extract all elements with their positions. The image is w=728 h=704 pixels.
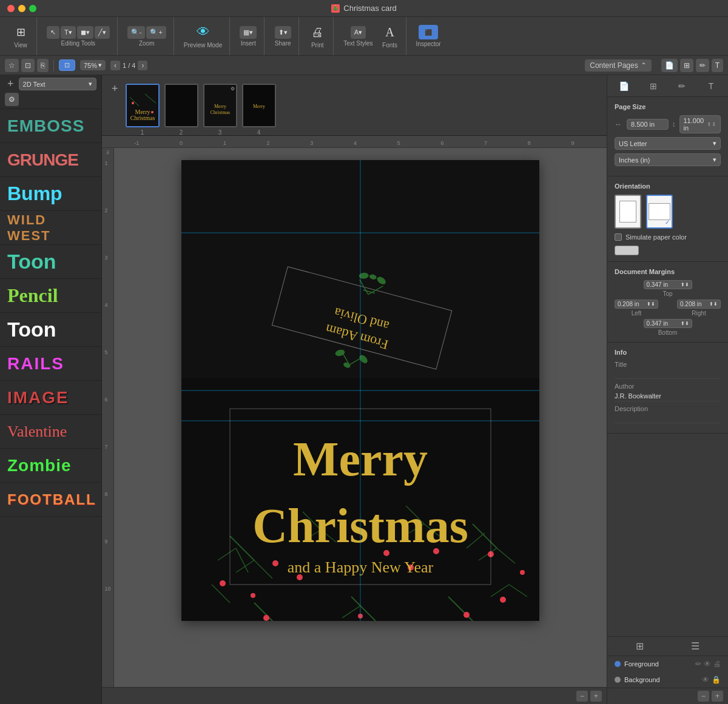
style-item-emboss[interactable]: EMBOSS — [0, 109, 101, 143]
title-info-value[interactable] — [615, 369, 721, 379]
layer-fg-lock-icon[interactable]: 🖨 — [713, 660, 721, 668]
margin-left-stepper[interactable]: ⬆⬇ — [647, 301, 655, 307]
margin-right-stepper[interactable]: ⬆⬇ — [709, 301, 718, 307]
right-icon1[interactable]: 📄 — [661, 59, 678, 72]
layer-background[interactable]: Background 👁 🔒 — [607, 672, 728, 688]
style-item-bump[interactable]: Bump — [0, 177, 101, 211]
document-canvas[interactable]: From Adam and Olivia — [181, 160, 539, 621]
inspector-edit-icon[interactable]: ✏ — [673, 78, 690, 95]
text-tool[interactable]: T▾ — [61, 26, 76, 39]
style-item-football[interactable]: FOOTBALL — [0, 483, 101, 517]
styles-dropdown[interactable]: 2D Text ▾ — [19, 78, 96, 90]
view-label: View — [14, 42, 27, 49]
style-item-pencil[interactable]: Pencil — [0, 279, 101, 313]
inspector-doc-icon[interactable]: 📄 — [616, 78, 633, 95]
single-page-btn[interactable]: ⊡ — [59, 59, 75, 71]
add-page-btn[interactable]: + — [109, 82, 121, 95]
zoom-out-btn[interactable]: 🔍- — [127, 26, 146, 39]
style-item-rails[interactable]: RAILS — [0, 347, 101, 381]
add-style-btn[interactable]: + — [5, 78, 16, 90]
insert-button[interactable]: ▦▾ Insert — [236, 24, 260, 49]
layers-minus-btn[interactable]: − — [698, 691, 709, 702]
margin-left-input[interactable]: 0.208 in ⬆⬇ — [615, 300, 658, 309]
simulate-paper-checkbox[interactable] — [615, 233, 622, 241]
margin-right-input[interactable]: 0.208 in ⬆⬇ — [677, 300, 721, 309]
layers-bottom-bar: − + — [607, 688, 728, 704]
units-arrow: ▾ — [713, 156, 716, 164]
margin-top-input[interactable]: 0.347 in ⬆⬇ — [644, 280, 692, 289]
styles-gear-btn[interactable]: ⚙ — [5, 93, 19, 106]
share-button[interactable]: ⬆▾ Share — [271, 24, 295, 49]
preview-mode-button[interactable]: 👁 Preview Mode — [180, 21, 226, 51]
view-button[interactable]: ⊞ View — [8, 21, 33, 51]
margin-bottom-input[interactable]: 0.347 in ⬆⬇ — [644, 319, 692, 328]
layers-list-icon[interactable]: ☰ — [689, 639, 702, 653]
thumbnail-2[interactable]: 2 — [164, 84, 198, 127]
units-dropdown[interactable]: Inches (in) ▾ — [615, 153, 721, 166]
layer-fg-edit-icon[interactable]: ✏ — [695, 660, 701, 668]
style-item-image[interactable]: IMAGE — [0, 381, 101, 415]
next-page-btn[interactable]: › — [138, 61, 147, 70]
insert-media-btn[interactable]: ▦▾ — [240, 26, 257, 39]
thumbnail-3[interactable]: Merry Christmas ⚙ 3 — [203, 84, 237, 127]
canvas-scroll[interactable]: in 1 2 3 4 5 6 7 8 9 10 — [102, 148, 607, 687]
canvas-minus-btn[interactable]: − — [576, 691, 588, 702]
thumbnail-4[interactable]: Merry 4 — [242, 84, 276, 127]
text-styles-inner[interactable]: A▾ — [351, 26, 366, 39]
layers-grid-icon[interactable]: ⊞ — [633, 639, 646, 653]
print-button[interactable]: 🖨 Print — [305, 21, 329, 51]
thumbnail-1[interactable]: Merry Christmas 1 — [126, 84, 160, 127]
zoom-button[interactable]: 🔍- 🔍+ Zoom — [124, 24, 170, 49]
right-icon2[interactable]: ⊞ — [680, 59, 693, 72]
style-item-valentine[interactable]: Valentine — [0, 415, 101, 449]
style-item-toon1[interactable]: Toon — [0, 245, 101, 279]
portrait-orientation-btn[interactable] — [615, 195, 641, 229]
canvas-area: + Merry Christmas 1 — [102, 75, 607, 704]
inspector-layout-icon[interactable]: ⊞ — [645, 78, 662, 95]
ruler-horizontal: -1 0 1 2 3 4 5 6 7 8 9 — [102, 136, 607, 148]
right-icon3[interactable]: ✏ — [696, 59, 709, 72]
toolbar2-icon1[interactable]: ☆ — [5, 59, 19, 72]
fonts-button[interactable]: A Fonts — [378, 21, 402, 51]
description-info-value[interactable] — [615, 414, 721, 423]
zoom-control[interactable]: 75% ▾ — [80, 60, 106, 70]
toolbar-zoom-group: 🔍- 🔍+ Zoom — [120, 17, 174, 55]
minimize-button[interactable] — [18, 5, 25, 12]
style-item-wildwest[interactable]: WILD WEST — [0, 211, 101, 245]
zoom-in-btn[interactable]: 🔍+ — [146, 26, 166, 39]
share-btn-inner[interactable]: ⬆▾ — [275, 26, 291, 39]
line-tool[interactable]: ╱▾ — [95, 26, 110, 39]
layer-foreground[interactable]: Foreground ✏ 👁 🖨 — [607, 656, 728, 672]
paper-color-swatch[interactable] — [615, 246, 639, 255]
inspector-button[interactable]: ⬛ Inspector — [413, 22, 445, 50]
height-stepper[interactable]: ⬆⬇ — [707, 121, 716, 127]
layers-plus-btn[interactable]: + — [712, 691, 723, 702]
style-item-grunge[interactable]: GRUNGE — [0, 143, 101, 177]
maximize-button[interactable] — [29, 5, 36, 12]
close-button[interactable] — [7, 5, 15, 12]
paper-size-dropdown[interactable]: US Letter ▾ — [615, 137, 721, 150]
text-styles-button[interactable]: A▾ Text Styles — [340, 24, 376, 49]
inspector-text-icon[interactable]: T — [703, 78, 720, 95]
editing-tools-button[interactable]: ↖ T▾ ◼▾ ╱▾ Editing Tools — [43, 24, 113, 49]
layer-bg-lock-icon[interactable]: 🔒 — [712, 676, 721, 684]
style-item-zombie[interactable]: Zombie — [0, 449, 101, 483]
canvas-plus-btn[interactable]: + — [590, 691, 602, 702]
prev-page-btn[interactable]: ‹ — [110, 61, 120, 70]
right-icon4[interactable]: T — [712, 59, 723, 72]
layer-bg-eye-icon[interactable]: 👁 — [702, 676, 709, 684]
toolbar2-icon2[interactable]: ⊡ — [21, 59, 35, 72]
landscape-orientation-btn[interactable]: ✓ — [646, 195, 673, 229]
width-input[interactable]: 8.500 in — [627, 119, 669, 130]
layer-fg-eye-icon[interactable]: 👁 — [704, 660, 711, 668]
margin-bottom-stepper[interactable]: ⬆⬇ — [681, 321, 689, 326]
content-pages-button[interactable]: Content Pages ⌃ — [585, 59, 651, 72]
shape-tool[interactable]: ◼▾ — [77, 26, 93, 39]
view-icon: ⊞ — [12, 24, 29, 41]
cursor-tool[interactable]: ↖ — [47, 26, 59, 39]
author-info-value[interactable]: J.R. Bookwalter — [615, 391, 721, 401]
style-item-toon2[interactable]: Toon — [0, 313, 101, 347]
margin-top-stepper[interactable]: ⬆⬇ — [681, 282, 689, 287]
toolbar2-icon3[interactable]: ⎘ — [37, 59, 49, 72]
height-input[interactable]: 11.000 in ⬆⬇ — [679, 115, 721, 133]
